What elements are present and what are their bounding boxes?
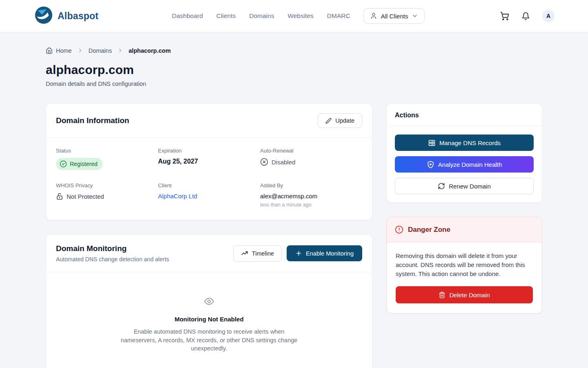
added-by-label: Added By	[260, 182, 362, 188]
pencil-icon	[325, 118, 332, 124]
status-label: Status	[56, 148, 158, 154]
main-column: Domain Information Update Status	[46, 103, 372, 368]
breadcrumb-current: alphacorp.com	[129, 47, 171, 54]
unlock-icon	[56, 193, 63, 200]
field-added-by: Added By alex@acmemsp.com less than a mi…	[260, 182, 362, 208]
user-icon	[370, 12, 377, 20]
trash-icon	[439, 292, 445, 298]
chevron-right-icon	[117, 47, 123, 54]
albaspot-logo-icon	[34, 6, 53, 26]
auto-renewal-label: Auto-Renewal	[260, 148, 362, 154]
update-button-label: Update	[335, 117, 354, 124]
timeline-button[interactable]: Timeline	[233, 245, 282, 262]
monitoring-empty-state: Monitoring Not Enabled Enable automated …	[46, 272, 372, 368]
alert-circle-icon	[395, 225, 403, 234]
delete-domain-button[interactable]: Delete Domain	[396, 286, 533, 303]
refresh-icon	[438, 182, 445, 190]
cart-icon[interactable]	[500, 11, 509, 20]
domain-information-card: Domain Information Update Status	[46, 103, 372, 220]
whois-label: WHOIS Privacy	[56, 182, 158, 188]
x-circle-icon	[260, 158, 268, 166]
monitoring-subtitle: Automated DNS change detection and alert…	[56, 256, 169, 263]
enable-monitoring-button[interactable]: Enable Monitoring	[287, 245, 362, 261]
breadcrumb-home[interactable]: Home	[46, 47, 72, 54]
server-icon	[428, 139, 436, 147]
manage-dns-records-button[interactable]: Manage DNS Records	[395, 135, 534, 151]
whois-value: Not Protected	[67, 193, 104, 200]
brand-name: Albaspot	[58, 11, 98, 22]
field-client: Client AlphaCorp Ltd	[158, 182, 260, 208]
expiration-value: Aug 25, 2027	[158, 158, 260, 165]
expiration-label: Expiration	[158, 148, 260, 154]
field-whois: WHOIS Privacy Not Protected	[56, 182, 158, 208]
nav-domains[interactable]: Domains	[249, 12, 274, 20]
actions-title: Actions	[395, 112, 534, 119]
nav-dashboard[interactable]: Dashboard	[172, 12, 203, 20]
bell-icon[interactable]	[521, 12, 530, 20]
check-circle-icon	[60, 160, 67, 168]
topbar-right-group: A	[500, 10, 555, 22]
shield-plus-icon	[427, 161, 434, 168]
manage-dns-records-label: Manage DNS Records	[439, 139, 501, 146]
monitoring-title: Domain Monitoring	[56, 244, 169, 253]
plus-icon	[295, 250, 302, 257]
actions-card: Actions Manage DNS Records Analyze Domai…	[386, 103, 542, 203]
eye-icon	[62, 296, 356, 307]
update-button[interactable]: Update	[318, 113, 362, 128]
nav-clients[interactable]: Clients	[216, 12, 236, 20]
added-by-timestamp: less than a minute ago	[260, 202, 362, 208]
breadcrumb: Home Domains alphacorp.com	[46, 47, 542, 54]
domain-info-title: Domain Information	[56, 116, 129, 125]
nav-websites[interactable]: Websites	[287, 12, 313, 20]
page-title: alphacorp.com	[46, 63, 542, 77]
client-link[interactable]: AlphaCorp Ltd	[158, 193, 197, 200]
auto-renewal-value: Disabled	[272, 159, 295, 166]
side-column: Actions Manage DNS Records Analyze Domai…	[386, 103, 542, 314]
trending-up-icon	[241, 250, 248, 257]
added-by-value: alex@acmemsp.com	[260, 193, 362, 200]
field-expiration: Expiration Aug 25, 2027	[158, 148, 260, 170]
client-label: Client	[158, 182, 260, 188]
breadcrumb-domains[interactable]: Domains	[89, 47, 112, 54]
analyze-domain-health-button[interactable]: Analyze Domain Health	[395, 156, 534, 173]
delete-domain-label: Delete Domain	[449, 292, 490, 298]
main-nav: Dashboard Clients Domains Websites DMARC	[172, 12, 350, 20]
renew-domain-button[interactable]: Renew Domain	[395, 178, 534, 194]
status-badge-label: Registered	[70, 161, 98, 167]
page-subtitle: Domain details and DNS configuration	[46, 81, 542, 87]
domain-monitoring-card: Domain Monitoring Automated DNS change d…	[46, 234, 372, 368]
danger-zone-card: Danger Zone Removing this domain will de…	[386, 217, 542, 314]
breadcrumb-home-label: Home	[56, 47, 72, 54]
chevron-right-icon	[77, 47, 83, 54]
field-auto-renewal: Auto-Renewal Disabled	[260, 148, 362, 170]
field-status: Status Registered	[56, 148, 158, 170]
danger-zone-title: Danger Zone	[408, 226, 450, 234]
monitoring-empty-title: Monitoring Not Enabled	[62, 316, 356, 323]
nav-dmarc[interactable]: DMARC	[327, 12, 350, 20]
analyze-domain-health-label: Analyze Domain Health	[438, 161, 502, 168]
monitoring-empty-body: Enable automated DNS monitoring to recei…	[117, 328, 301, 353]
home-icon	[46, 47, 53, 54]
danger-zone-text: Removing this domain will delete it from…	[396, 251, 533, 278]
renew-domain-label: Renew Domain	[449, 183, 491, 190]
client-selector-dropdown[interactable]: All Clients	[363, 8, 425, 24]
enable-monitoring-label: Enable Monitoring	[306, 250, 354, 257]
brand-logo[interactable]: Albaspot	[34, 6, 98, 26]
chevron-down-icon	[412, 13, 418, 19]
top-navigation-bar: Albaspot Dashboard Clients Domains Websi…	[0, 0, 588, 32]
client-selector-value: All Clients	[381, 13, 408, 20]
status-badge: Registered	[56, 158, 103, 170]
timeline-button-label: Timeline	[252, 250, 274, 257]
user-avatar[interactable]: A	[542, 10, 555, 22]
